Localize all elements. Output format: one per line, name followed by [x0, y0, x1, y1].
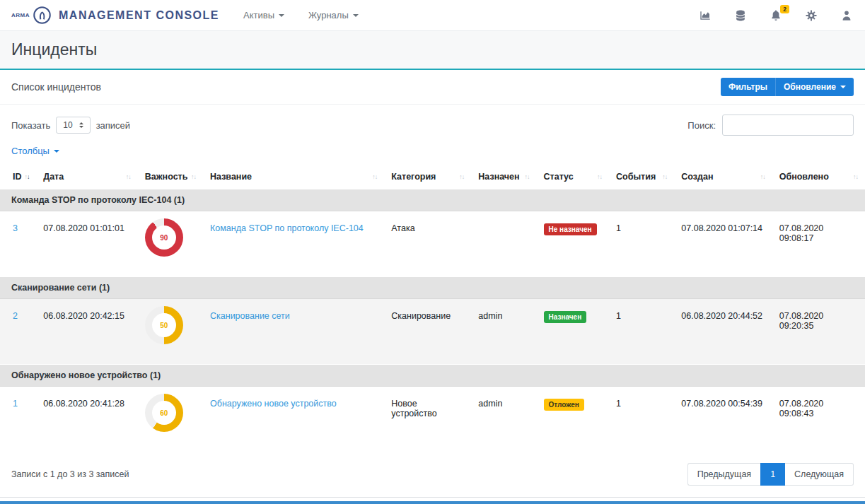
incident-events-count: 1 [609, 299, 674, 365]
sort-icon: ↑↓ [760, 173, 765, 180]
top-navbar: ARMA MANAGEMENT CONSOLE Активы Журналы [0, 0, 865, 31]
menu-assets[interactable]: Активы [243, 10, 284, 20]
brand-logo[interactable]: ARMA MANAGEMENT CONSOLE [11, 6, 219, 25]
pagination-previous-button[interactable]: Предыдущая [687, 463, 760, 486]
group-title: Сканирование сети (1) [0, 277, 865, 299]
incident-id-link[interactable]: 3 [13, 223, 18, 233]
header-category[interactable]: Категория↑↓ [384, 165, 471, 189]
chevron-down-icon [840, 86, 846, 88]
table-footer: Записи с 1 до 3 из 3 записей Предыдущая … [0, 452, 865, 497]
gear-icon[interactable] [804, 8, 818, 23]
menu-journals[interactable]: Журналы [308, 10, 359, 20]
refresh-dropdown-button[interactable]: Обновление [775, 78, 854, 96]
table-row: 1 06.08.2020 20:41:28 60 Обнаружено ново… [0, 387, 865, 452]
search-label: Поиск: [687, 120, 716, 131]
pagination: Предыдущая 1 Следующая [687, 463, 854, 486]
brand-arma-label: ARMA [11, 12, 30, 18]
incident-name-link[interactable]: Обнаружено новое устройство [210, 399, 337, 409]
search-input[interactable] [722, 115, 854, 136]
incident-category: Сканирование [384, 299, 471, 365]
menu-assets-label: Активы [243, 10, 274, 20]
sort-icon: ↑↓ [525, 173, 530, 180]
page-title: Инциденты [11, 40, 854, 59]
menu-journals-label: Журналы [308, 10, 349, 20]
sort-icon: ↑↓ [459, 173, 464, 180]
header-name[interactable]: Название↑↓ [203, 165, 384, 189]
page: ARMA MANAGEMENT CONSOLE Активы Журналы [0, 0, 865, 504]
card-header: Список инцидентов Фильтры Обновление [0, 70, 865, 105]
severity-value: 50 [160, 322, 168, 329]
group-title: Обнаружено новое устройство (1) [0, 365, 865, 387]
search-control: Поиск: [687, 115, 854, 136]
incident-name-link[interactable]: Команда STOP по протоколу IEC-104 [210, 223, 364, 233]
incident-updated: 07.08.2020 09:08:17 [772, 211, 865, 277]
incidents-card: Список инцидентов Фильтры Обновление Пок… [0, 69, 865, 498]
chevron-down-icon [54, 150, 59, 153]
group-header-row: Обнаружено новое устройство (1) [0, 365, 865, 387]
header-created[interactable]: Создан↑↓ [674, 165, 772, 189]
header-id[interactable]: ID↑↓ [0, 165, 36, 189]
sort-icon: ↑↓ [126, 173, 131, 180]
incident-date: 07.08.2020 01:01:01 [36, 211, 138, 277]
table-row: 2 06.08.2020 20:42:15 50 Сканирование се… [0, 299, 865, 365]
records-label: записей [96, 120, 130, 131]
user-profile-icon[interactable] [840, 8, 854, 23]
incident-events-count: 1 [609, 211, 674, 277]
incident-id-link[interactable]: 2 [13, 311, 18, 321]
incident-name-link[interactable]: Сканирование сети [210, 311, 290, 321]
incident-created: 07.08.2020 01:07:14 [674, 211, 772, 277]
page-length-value: 10 [63, 120, 72, 130]
columns-dropdown-button[interactable]: Столбцы [0, 146, 71, 165]
bottom-accent-bar [0, 501, 865, 504]
severity-value: 60 [160, 409, 168, 417]
table-header-row: ID↑↓ Дата↑↓ Важность↑↓ Название↑↓ Катего… [0, 165, 865, 189]
page-length-select[interactable]: 10 [56, 117, 90, 134]
helmet-logo-icon [33, 6, 52, 25]
table-row: 3 07.08.2020 01:01:01 90 Команда STOP по… [0, 211, 865, 277]
group-header-row: Сканирование сети (1) [0, 277, 865, 299]
refresh-button-label: Обновление [784, 82, 836, 92]
card-title: Список инцидентов [11, 81, 101, 93]
incident-updated: 07.08.2020 09:08:43 [772, 387, 865, 452]
page-header: Инциденты [0, 31, 865, 69]
status-badge: Назначен [544, 311, 587, 323]
incident-assignee: admin [471, 299, 536, 365]
stepper-icon [79, 122, 83, 128]
page-length-control: Показать 10 записей [11, 117, 130, 134]
chevron-down-icon [279, 14, 284, 17]
incident-created: 07.08.2020 00:54:39 [674, 387, 772, 452]
pagination-page-1-button[interactable]: 1 [760, 463, 785, 486]
database-icon[interactable] [733, 8, 748, 23]
header-updated[interactable]: Обновлено↑↓ [772, 165, 865, 189]
sort-icon: ↑↓ [853, 173, 858, 180]
incident-assignee: admin [471, 387, 536, 452]
columns-button-label: Столбцы [11, 146, 50, 156]
card-actions: Фильтры Обновление [721, 78, 854, 96]
incident-id-link[interactable]: 1 [13, 399, 18, 409]
severity-donut: 90 [145, 218, 183, 257]
header-severity[interactable]: Важность↑↓ [138, 165, 203, 189]
incident-category: Новое устройство [384, 387, 471, 452]
notification-count-badge: 2 [780, 5, 789, 13]
show-label: Показать [11, 120, 50, 131]
pagination-next-button[interactable]: Следующая [785, 463, 854, 486]
status-badge: Не назначен [544, 223, 597, 235]
header-events[interactable]: События↑↓ [609, 165, 674, 189]
records-info: Записи с 1 до 3 из 3 записей [11, 469, 129, 479]
severity-value: 90 [160, 234, 168, 242]
header-date[interactable]: Дата↑↓ [36, 165, 138, 189]
incidents-table: ID↑↓ Дата↑↓ Важность↑↓ Название↑↓ Катего… [0, 165, 865, 452]
group-title: Команда STOP по протоколу IEC-104 (1) [0, 189, 865, 211]
filters-button-label: Фильтры [728, 82, 767, 92]
incident-assignee [471, 211, 536, 277]
group-header-row: Команда STOP по протоколу IEC-104 (1) [0, 189, 865, 211]
filters-button[interactable]: Фильтры [721, 78, 775, 96]
header-status[interactable]: Статус↑↓ [537, 165, 610, 189]
chart-icon[interactable] [698, 8, 712, 23]
incident-date: 06.08.2020 20:42:15 [36, 299, 138, 365]
notifications-bell-icon[interactable]: 2 [769, 8, 783, 23]
header-assignee[interactable]: Назначен↑↓ [471, 165, 536, 189]
sort-icon: ↑↓ [662, 173, 667, 180]
table-controls: Показать 10 записей Поиск: [0, 105, 865, 144]
chevron-down-icon [353, 14, 359, 17]
